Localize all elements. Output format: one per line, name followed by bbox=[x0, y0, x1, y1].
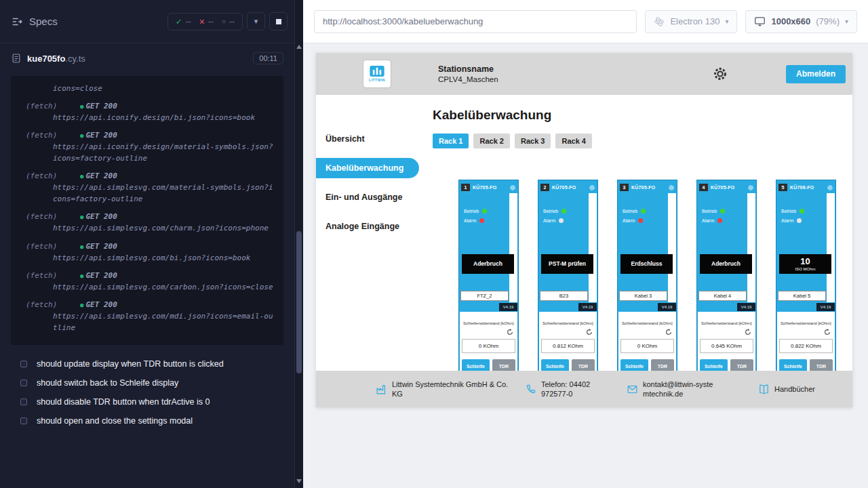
card-model: KÜ705-FO bbox=[631, 185, 655, 190]
firmware-version: V4.19 bbox=[658, 303, 676, 311]
network-log-entry[interactable]: (fetch)●GET 200 https://api.simplesvg.co… bbox=[26, 241, 277, 264]
alarm-led bbox=[479, 218, 484, 223]
spec-file-icon bbox=[11, 53, 22, 64]
card-side-strip bbox=[747, 193, 755, 302]
card-side-strip bbox=[827, 193, 835, 302]
refresh-icon[interactable] bbox=[665, 328, 673, 336]
network-log-entry[interactable]: (fetch)●GET 200 https://api.simplesvg.co… bbox=[26, 170, 277, 205]
betrieb-label: Betrieb bbox=[702, 209, 717, 214]
firmware-version: V4.19 bbox=[499, 303, 517, 311]
app-under-test: LITTWIN Stationsname CPLV4_Maschen Abmel… bbox=[316, 53, 852, 407]
specs-toggle[interactable]: Specs bbox=[11, 16, 58, 28]
tab-rack-2[interactable]: Rack 2 bbox=[473, 134, 509, 148]
refresh-icon[interactable] bbox=[585, 328, 593, 336]
card-gear-icon[interactable] bbox=[668, 184, 675, 191]
tdr-button[interactable]: TDR bbox=[651, 359, 674, 371]
footer-manuals[interactable]: Handbücher bbox=[758, 384, 815, 395]
tdr-button[interactable]: TDR bbox=[810, 359, 833, 371]
schleife-button[interactable]: Schleife bbox=[462, 359, 490, 371]
schleife-button[interactable]: Schleife bbox=[620, 359, 648, 371]
alarm-led bbox=[717, 218, 722, 223]
schleife-button[interactable]: Schleife bbox=[779, 359, 807, 371]
scroll-down-icon[interactable] bbox=[296, 479, 302, 483]
sidebar-item-analoge-eingaenge[interactable]: Analoge Eingänge bbox=[316, 216, 419, 237]
station-info: Stationsname CPLV4_Maschen bbox=[438, 64, 498, 83]
log-url: https://api.iconify.design/bi.json?icons… bbox=[53, 112, 277, 123]
tab-rack-3[interactable]: Rack 3 bbox=[515, 134, 551, 148]
betrieb-label: Betrieb bbox=[464, 209, 479, 214]
network-log-entry[interactable]: (fetch)●GET 200 https://api.iconify.desi… bbox=[26, 100, 277, 123]
resistance-value: 0 KOhm bbox=[462, 339, 515, 353]
refresh-icon[interactable] bbox=[506, 328, 514, 336]
footer-company: Littwin Systemtechnik GmbH & Co. KG bbox=[376, 380, 509, 399]
tab-rack-1[interactable]: Rack 1 bbox=[433, 134, 469, 148]
refresh-icon[interactable] bbox=[744, 328, 752, 336]
sidebar-item-kabelueberwachung[interactable]: Kabelüberwachung bbox=[316, 158, 419, 178]
network-log-entry[interactable]: (fetch)●GET 200 https://api.iconify.desi… bbox=[26, 129, 277, 164]
test-item[interactable]: should update display when TDR button is… bbox=[0, 354, 294, 373]
reporter-scrollbar[interactable] bbox=[294, 0, 303, 488]
app-header: LITTWIN Stationsname CPLV4_Maschen Abmel… bbox=[316, 53, 852, 95]
test-item[interactable]: should open and close the settings modal bbox=[0, 411, 294, 430]
app-sidebar: Übersicht Kabelüberwachung Ein- und Ausg… bbox=[316, 95, 419, 371]
measurement-label: Schleifenwiderstand [kOhm] bbox=[620, 321, 674, 326]
card-gear-icon[interactable] bbox=[589, 184, 595, 191]
browser-selector[interactable]: Electron 130 ▾ bbox=[645, 10, 737, 33]
tab-rack-4[interactable]: Rack 4 bbox=[555, 134, 591, 148]
rack-tabs: Rack 1 Rack 2 Rack 3 Rack 4 bbox=[433, 134, 852, 148]
measurement-panel: Schleifenwiderstand [kOhm] 0.822 KOhm Sc… bbox=[777, 312, 835, 371]
viewport-selector[interactable]: 1000x660 (79%) ▾ bbox=[745, 10, 857, 33]
sidebar-item-ein-ausgaenge[interactable]: Ein- und Ausgänge bbox=[316, 187, 419, 207]
spec-file-row[interactable]: kue705fo.cy.ts 00:11 bbox=[0, 43, 294, 73]
test-checkbox-icon bbox=[20, 418, 27, 424]
cable-name: B23 bbox=[540, 291, 588, 301]
network-log-entry[interactable]: (fetch)●GET 200 https://api.simplesvg.co… bbox=[26, 270, 277, 293]
network-log-entry[interactable]: (fetch)●GET 200 https://api.simplesvg.co… bbox=[26, 299, 277, 333]
tdr-button[interactable]: TDR bbox=[730, 359, 753, 371]
scrollbar-thumb[interactable] bbox=[296, 231, 302, 373]
spec-timer: 00:11 bbox=[253, 52, 283, 64]
address-bar[interactable] bbox=[314, 10, 637, 33]
reporter-header: Specs ✓-- ×-- ○-- ▾ bbox=[0, 0, 294, 43]
footer-phone[interactable]: Telefon: 04402 972577-0 bbox=[525, 380, 606, 399]
betrieb-led bbox=[641, 209, 646, 214]
settings-gear-icon[interactable] bbox=[712, 66, 728, 82]
alarm-led bbox=[797, 218, 802, 223]
alarm-label: Alarm bbox=[543, 218, 555, 223]
card-gear-icon[interactable] bbox=[747, 184, 754, 191]
screen: Specs ✓-- ×-- ○-- ▾ kue705fo.cy.ts 00:11… bbox=[0, 0, 868, 488]
success-dot-icon: ● bbox=[80, 102, 83, 112]
brand-word: LITTWIN bbox=[369, 78, 385, 82]
app-footer: Littwin Systemtechnik GmbH & Co. KG Tele… bbox=[316, 371, 852, 407]
sidebar-item-uebersicht[interactable]: Übersicht bbox=[316, 129, 419, 149]
status-display: Aderbruch bbox=[462, 254, 514, 274]
status-display: 10 ISO MOhm bbox=[779, 254, 831, 274]
collapse-button[interactable]: ▾ bbox=[247, 12, 265, 30]
card-number: 5 bbox=[778, 184, 787, 191]
viewport-zoom: (79%) bbox=[816, 16, 840, 26]
test-item[interactable]: should disable TDR button when tdrActive… bbox=[0, 392, 294, 411]
schleife-button[interactable]: Schleife bbox=[700, 359, 728, 371]
device-cards: 1 KÜ705-FO Betrieb Alarm Aderbruch FTZ_2… bbox=[433, 180, 852, 371]
tdr-button[interactable]: TDR bbox=[572, 359, 595, 371]
card-gear-icon[interactable] bbox=[827, 184, 833, 191]
schleife-button[interactable]: Schleife bbox=[541, 359, 569, 371]
stop-button[interactable] bbox=[269, 12, 288, 30]
refresh-icon[interactable] bbox=[823, 328, 831, 336]
aut-toolbar: Electron 130 ▾ 1000x660 (79%) ▾ bbox=[303, 0, 868, 43]
test-checkbox-icon bbox=[20, 399, 27, 405]
card-gear-icon[interactable] bbox=[509, 184, 516, 191]
status-display: Erdschluss bbox=[620, 254, 673, 274]
scrollbar-track[interactable] bbox=[295, 52, 303, 476]
chevron-down-icon: ▾ bbox=[725, 18, 728, 25]
test-item[interactable]: should switch back to Schleife display bbox=[0, 373, 294, 392]
scroll-up-icon[interactable] bbox=[296, 45, 302, 49]
network-log-entry[interactable]: (fetch)●GET 200 https://api.simplesvg.co… bbox=[26, 211, 277, 234]
alarm-label: Alarm bbox=[702, 218, 714, 223]
log-url: https://api.iconify.design/material-symb… bbox=[53, 141, 277, 164]
station-value: CPLV4_Maschen bbox=[438, 75, 498, 83]
aut-stage: Electron 130 ▾ 1000x660 (79%) ▾ bbox=[303, 0, 868, 488]
footer-email[interactable]: kontakt@littwin-systemtechnik.de bbox=[627, 380, 719, 399]
logout-button[interactable]: Abmelden bbox=[786, 65, 846, 83]
tdr-button[interactable]: TDR bbox=[492, 359, 515, 371]
